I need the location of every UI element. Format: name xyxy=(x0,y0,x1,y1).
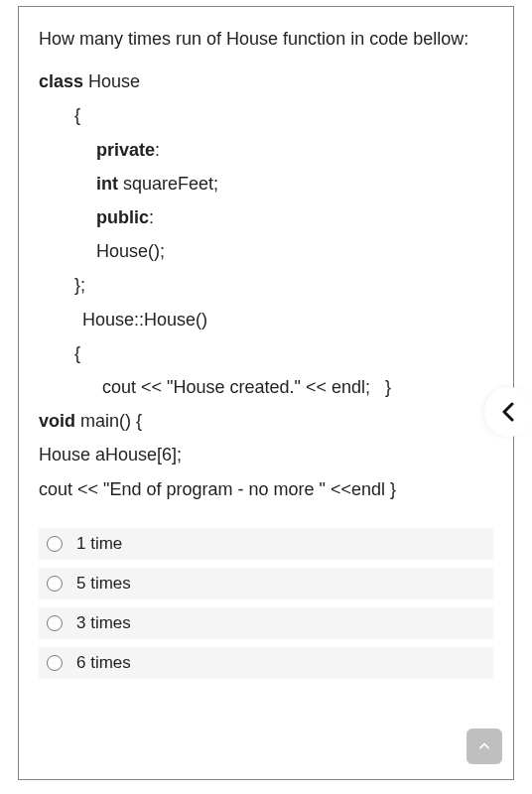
code-line: public: xyxy=(39,200,493,234)
keyword-int: int xyxy=(96,174,118,194)
option-1[interactable]: 1 time xyxy=(39,528,493,560)
code-line: { xyxy=(39,98,493,132)
radio-icon xyxy=(47,536,63,552)
question-prompt: How many times run of House function in … xyxy=(39,27,493,51)
option-label: 5 times xyxy=(76,574,131,594)
code-line: private: xyxy=(39,133,493,167)
chevron-up-icon xyxy=(477,739,491,753)
code-line: { xyxy=(39,336,493,370)
code-text: : xyxy=(149,207,154,227)
radio-icon xyxy=(47,655,63,671)
option-2[interactable]: 5 times xyxy=(39,568,493,599)
option-label: 3 times xyxy=(76,613,131,633)
radio-icon xyxy=(47,615,63,631)
prev-arrow-button[interactable] xyxy=(484,387,532,437)
keyword-void: void xyxy=(39,411,75,431)
code-line: int squareFeet; xyxy=(39,167,493,200)
code-text: House xyxy=(83,71,140,91)
option-label: 6 times xyxy=(76,653,131,673)
code-line: House(); xyxy=(39,234,493,268)
option-4[interactable]: 6 times xyxy=(39,647,493,679)
code-line: House::House() xyxy=(39,303,493,336)
radio-icon xyxy=(47,576,63,592)
option-label: 1 time xyxy=(76,534,122,554)
chevron-left-icon xyxy=(497,400,521,424)
scroll-top-button[interactable] xyxy=(466,728,502,764)
code-line: cout << "End of program - no more " <<en… xyxy=(39,472,493,506)
code-block: class House { private: int squareFeet; p… xyxy=(39,65,493,505)
question-card: How many times run of House function in … xyxy=(18,6,514,780)
code-line: House aHouse[6]; xyxy=(39,438,493,471)
keyword-class: class xyxy=(39,71,83,91)
code-text: squareFeet; xyxy=(118,174,218,194)
option-3[interactable]: 3 times xyxy=(39,607,493,639)
options-group: 1 time 5 times 3 times 6 times xyxy=(39,528,493,679)
code-line: cout << "House created." << endl; } xyxy=(39,370,493,404)
code-text: : xyxy=(155,140,160,160)
code-text: main() { xyxy=(75,411,142,431)
code-line: }; xyxy=(39,268,493,302)
keyword-private: private xyxy=(96,140,155,160)
code-line: class House xyxy=(39,65,493,98)
keyword-public: public xyxy=(96,207,149,227)
code-line: void main() { xyxy=(39,404,493,438)
